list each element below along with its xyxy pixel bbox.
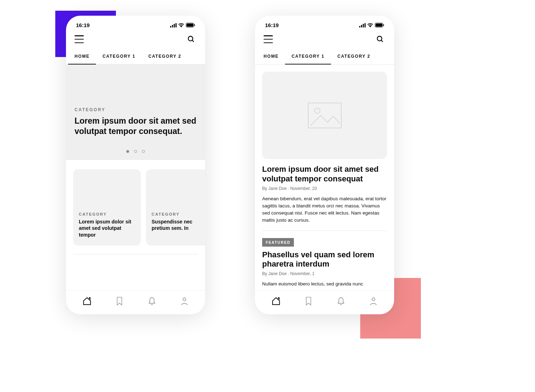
top-nav bbox=[66, 31, 205, 49]
article-body: Nullam euismod libero lectus, sed gravid… bbox=[262, 280, 387, 288]
carousel-dot-1[interactable] bbox=[126, 150, 129, 153]
tab-home[interactable]: HOME bbox=[257, 49, 285, 65]
bookmark-icon bbox=[305, 296, 312, 306]
hero-title: Lorem ipsum door sit amet sed volutpat t… bbox=[75, 116, 197, 136]
svg-rect-5 bbox=[187, 24, 193, 27]
tab-bar: HOME CATEGORY 1 CATEGORY 2 bbox=[255, 49, 394, 65]
card-title: Suspendisse nec pretium sem. In bbox=[152, 218, 205, 232]
status-icons bbox=[359, 23, 384, 27]
bottom-nav bbox=[255, 290, 394, 314]
carousel-dot-3[interactable] bbox=[142, 150, 145, 153]
featured-badge: FEATURED bbox=[262, 238, 294, 247]
svg-rect-12 bbox=[363, 24, 364, 27]
search-button[interactable] bbox=[376, 35, 386, 43]
article-card[interactable]: CATEGORY Suspendisse nec pretium sem. In bbox=[146, 169, 205, 246]
article-item[interactable]: Lorem ipsum door sit amet sed volutpat t… bbox=[255, 165, 394, 231]
article-card[interactable]: CATEGORY Lorem ipsum dolor sit amet sed … bbox=[73, 169, 141, 246]
card-carousel[interactable]: CATEGORY Lorem ipsum dolor sit amet sed … bbox=[66, 160, 205, 252]
svg-rect-3 bbox=[175, 23, 177, 27]
nav-notifications[interactable] bbox=[148, 296, 156, 307]
svg-point-7 bbox=[188, 36, 193, 41]
signal-icon bbox=[170, 23, 177, 27]
status-icons bbox=[170, 23, 195, 27]
tab-category2[interactable]: CATEGORY 2 bbox=[142, 49, 188, 65]
phone-mock-category: 16:19 HOME CATEGORY 1 CATEGORY 2 Lorem i… bbox=[255, 16, 394, 314]
bookmark-icon bbox=[116, 296, 123, 306]
search-icon bbox=[376, 35, 384, 43]
tab-home[interactable]: HOME bbox=[68, 49, 96, 65]
top-nav bbox=[255, 31, 394, 49]
content-area[interactable]: CATEGORY Lorem ipsum door sit amet sed v… bbox=[66, 65, 205, 290]
carousel-dots bbox=[75, 136, 197, 153]
hero-carousel[interactable]: CATEGORY Lorem ipsum door sit amet sed v… bbox=[66, 65, 205, 160]
svg-line-18 bbox=[381, 40, 383, 42]
svg-rect-6 bbox=[194, 24, 195, 26]
svg-point-21 bbox=[372, 298, 375, 301]
profile-icon bbox=[180, 296, 189, 306]
svg-rect-19 bbox=[308, 103, 341, 128]
nav-bookmarks[interactable] bbox=[116, 296, 123, 307]
home-icon bbox=[82, 296, 92, 306]
section-divider bbox=[73, 254, 198, 254]
wifi-icon bbox=[367, 23, 373, 27]
status-time: 16:19 bbox=[265, 22, 279, 28]
svg-rect-15 bbox=[376, 24, 382, 27]
svg-rect-1 bbox=[172, 25, 173, 27]
bell-icon bbox=[148, 296, 156, 306]
card-category-label: CATEGORY bbox=[152, 212, 205, 216]
article-item[interactable]: Phasellus vel quam sed lorem pharetra in… bbox=[255, 250, 394, 288]
status-bar: 16:19 bbox=[255, 16, 394, 31]
profile-icon bbox=[369, 296, 378, 306]
nav-home[interactable] bbox=[82, 296, 92, 307]
article-body: Aenean bibendum, erat vel dapibus malesu… bbox=[262, 195, 387, 224]
nav-profile[interactable] bbox=[369, 296, 378, 307]
tab-bar: HOME CATEGORY 1 CATEGORY 2 bbox=[66, 49, 205, 65]
article-title: Phasellus vel quam sed lorem pharetra in… bbox=[262, 250, 387, 269]
article-byline: By Jane Doe · November, 1 bbox=[262, 271, 387, 276]
svg-rect-2 bbox=[174, 24, 175, 27]
content-area[interactable]: Lorem ipsum door sit amet sed volutpat t… bbox=[255, 65, 394, 290]
svg-point-9 bbox=[183, 298, 186, 301]
carousel-dot-2[interactable] bbox=[134, 150, 137, 153]
bottom-nav bbox=[66, 290, 205, 314]
nav-home[interactable] bbox=[271, 296, 281, 307]
nav-notifications[interactable] bbox=[337, 296, 345, 307]
image-placeholder-icon bbox=[308, 103, 342, 128]
battery-icon bbox=[375, 23, 384, 27]
tab-category1[interactable]: CATEGORY 1 bbox=[285, 49, 331, 65]
search-button[interactable] bbox=[187, 35, 197, 43]
phone-mock-home: 16:19 HOME CATEGORY 1 CATEGORY 2 CATEGOR… bbox=[66, 16, 205, 314]
wifi-icon bbox=[178, 23, 184, 27]
menu-button[interactable] bbox=[264, 35, 273, 43]
status-time: 16:19 bbox=[76, 22, 90, 28]
article-byline: By Jane Doe · November, 20 bbox=[262, 186, 387, 191]
svg-point-20 bbox=[315, 108, 320, 113]
article-image[interactable] bbox=[262, 72, 387, 159]
home-icon bbox=[271, 296, 281, 306]
battery-icon bbox=[186, 23, 195, 27]
article-title: Lorem ipsum door sit amet sed volutpat t… bbox=[262, 165, 387, 184]
signal-icon bbox=[359, 23, 366, 27]
svg-line-8 bbox=[192, 40, 194, 42]
svg-point-17 bbox=[377, 36, 382, 41]
svg-rect-16 bbox=[383, 24, 384, 26]
tab-category2[interactable]: CATEGORY 2 bbox=[331, 49, 377, 65]
nav-profile[interactable] bbox=[180, 296, 189, 307]
card-title: Lorem ipsum dolor sit amet sed volutpat … bbox=[79, 218, 135, 239]
nav-bookmarks[interactable] bbox=[305, 296, 312, 307]
svg-rect-10 bbox=[359, 26, 360, 27]
status-bar: 16:19 bbox=[66, 16, 205, 31]
hero-category-label: CATEGORY bbox=[75, 107, 197, 112]
bell-icon bbox=[337, 296, 345, 306]
menu-button[interactable] bbox=[75, 35, 84, 43]
tab-category1[interactable]: CATEGORY 1 bbox=[96, 49, 142, 65]
card-category-label: CATEGORY bbox=[79, 212, 135, 216]
article-divider bbox=[262, 231, 387, 231]
svg-rect-11 bbox=[361, 25, 362, 27]
search-icon bbox=[187, 35, 195, 43]
svg-rect-13 bbox=[365, 23, 366, 27]
svg-rect-0 bbox=[170, 26, 171, 27]
